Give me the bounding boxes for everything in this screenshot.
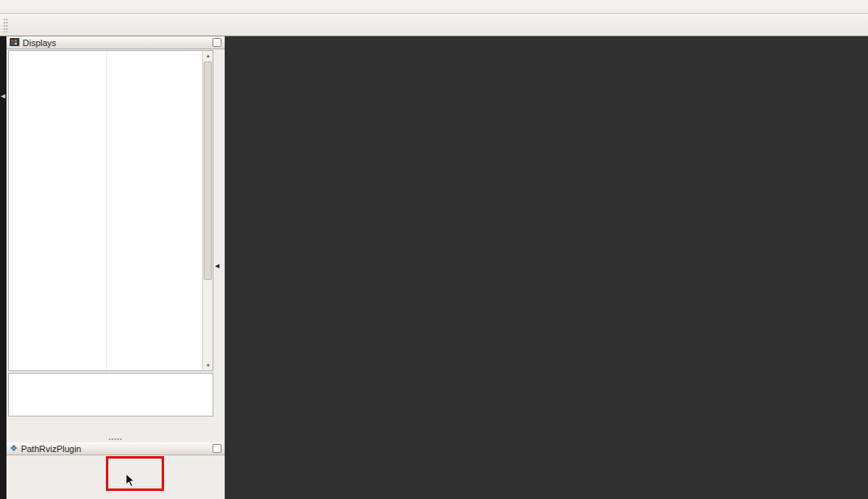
3d-viewport[interactable] bbox=[225, 36, 868, 499]
scroll-up-icon[interactable]: ▲ bbox=[203, 51, 213, 61]
displays-tree: ▲ ▼ bbox=[8, 50, 213, 371]
panel-float-button[interactable] bbox=[213, 444, 221, 453]
path-plugin-header[interactable]: ❖ PathRvizPlugin bbox=[6, 442, 225, 455]
display-description-area bbox=[8, 373, 213, 417]
panel-float-button[interactable] bbox=[213, 38, 221, 47]
tree-scrollbar[interactable]: ▲ ▼ bbox=[202, 51, 213, 370]
plugin-icon: ❖ bbox=[10, 444, 18, 453]
toolbar-grip[interactable] bbox=[3, 18, 8, 32]
menu-bar bbox=[0, 0, 868, 14]
left-dock-strip: ◀ bbox=[0, 36, 6, 499]
displays-icon bbox=[10, 38, 19, 48]
scroll-down-icon[interactable]: ▼ bbox=[203, 361, 213, 370]
left-panel: Displays ▲ ▼ ••••• ❖ PathRvizPlugin bbox=[6, 36, 225, 499]
scrollbar-thumb[interactable] bbox=[204, 61, 212, 280]
panel-splitter-handle[interactable]: ••••• bbox=[6, 437, 225, 442]
path-plugin-title: PathRvizPlugin bbox=[21, 444, 82, 454]
dock-collapse-icon[interactable]: ◀ bbox=[1, 93, 5, 99]
displays-panel-title: Displays bbox=[23, 38, 57, 48]
viewport-splitter-collapse-icon[interactable]: ◀ bbox=[215, 263, 219, 269]
toolbar bbox=[0, 14, 868, 36]
tree-column-separator bbox=[106, 51, 107, 370]
displays-panel-header[interactable]: Displays bbox=[6, 36, 225, 49]
